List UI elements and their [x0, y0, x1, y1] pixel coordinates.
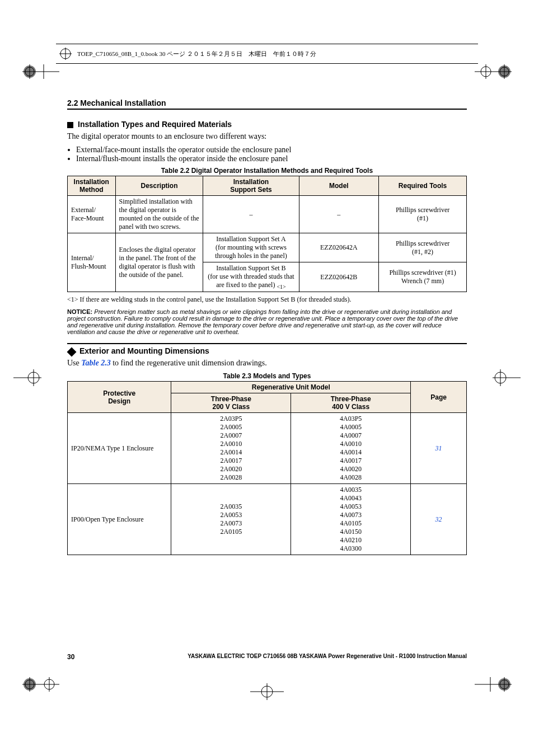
notice-block: NOTICE: Prevent foreign matter such as m…	[67, 308, 467, 335]
table-row: External/Face-Mount Simplified installat…	[68, 196, 467, 233]
table-header: Required Tools	[379, 176, 467, 196]
table-23: ProtectiveDesign Regenerative Unit Model…	[67, 381, 467, 555]
cell: Installation Support Set A(for mounting …	[203, 233, 299, 262]
footer-text: YASKAWA ELECTRIC TOEP C710656 08B YASKAW…	[188, 653, 467, 661]
registration-mark-icon	[475, 677, 512, 692]
cell: EZZ020642A	[299, 233, 379, 262]
para-use-table23: Use Table 2.3 to find the regenerative u…	[67, 359, 467, 368]
cell: –	[203, 196, 299, 233]
table-header: ProtectiveDesign	[68, 382, 171, 413]
table-row: IP00/Open Type Enclosure 2A00352A00532A0…	[68, 484, 467, 555]
cell: External/Face-Mount	[68, 196, 116, 233]
cell: Simplified installation with the digital…	[115, 196, 203, 233]
list-item: Internal/flush-mount installs the operat…	[76, 154, 467, 163]
table-header: Model	[299, 176, 379, 196]
square-bullet-icon	[67, 122, 73, 128]
registration-mark-icon	[493, 369, 521, 386]
list-item: External/face-mount installs the operato…	[76, 145, 467, 154]
table-header: InstallationSupport Sets	[203, 176, 299, 196]
table23-caption: Table 2.3 Models and Types	[67, 372, 467, 380]
page-link[interactable]: 31	[411, 413, 467, 484]
page-link[interactable]: 32	[411, 484, 467, 555]
page-footer: 30 YASKAWA ELECTRIC TOEP C710656 08B YAS…	[67, 653, 467, 661]
subheading-install-types: Installation Types and Required Material…	[67, 120, 467, 129]
cell: 2A00352A00532A00732A0105	[171, 484, 291, 555]
table-header: Three-Phase200 V Class	[171, 393, 291, 413]
registration-mark-icon	[475, 64, 512, 79]
footnote-1: <1> If there are welding studs in the co…	[67, 295, 467, 304]
diamond-bullet-icon	[67, 347, 77, 356]
cell: 2A03P52A00052A00072A00102A00142A00172A00…	[171, 413, 291, 484]
table-header: Three-Phase400 V Class	[291, 393, 411, 413]
cell: –	[299, 196, 379, 233]
install-bullet-list: External/face-mount installs the operato…	[67, 145, 467, 163]
registration-mark-icon	[13, 369, 41, 386]
table-header: Installation Method	[68, 176, 116, 196]
registration-mark-icon	[59, 48, 72, 60]
cell: 4A00354A00434A00534A00734A01054A01504A02…	[291, 484, 411, 555]
print-header-text: TOEP_C710656_08B_1_0.book 30 ページ ２０１５年２月…	[77, 50, 316, 58]
notice-text: Prevent foreign matter such as metal sha…	[67, 308, 458, 335]
cell: Phillips screwdriver(#1, #2)	[379, 233, 467, 262]
cell: Phillips screwdriver (#1)Wrench (7 mm)	[379, 262, 467, 292]
page-number: 30	[67, 653, 74, 661]
table-row: IP20/NEMA Type 1 Enclosure 2A03P52A00052…	[68, 413, 467, 484]
cell: IP00/Open Type Enclosure	[68, 484, 171, 555]
link-table23[interactable]: Table 2.3	[81, 359, 110, 367]
cell: Encloses the digital operator in the pan…	[115, 233, 203, 292]
heading-exterior-mounting: Exterior and Mounting Dimensions	[67, 343, 467, 355]
heading-text: Exterior and Mounting Dimensions	[79, 346, 209, 355]
cell: Installation Support Set B(for use with …	[203, 262, 299, 292]
cell: 4A03P54A00054A00074A00104A00144A00174A00…	[291, 413, 411, 484]
registration-mark-icon	[22, 677, 59, 692]
table22-caption: Table 2.2 Digital Operator Installation …	[67, 167, 467, 175]
table-22: Installation Method Description Installa…	[67, 176, 467, 292]
table-header: Page	[411, 382, 467, 413]
subheading-text: Installation Types and Required Material…	[78, 120, 232, 129]
table-row: Internal/Flush-Mount Encloses the digita…	[68, 233, 467, 262]
table-header: Description	[115, 176, 203, 196]
cell: IP20/NEMA Type 1 Enclosure	[68, 413, 171, 484]
cell: Internal/Flush-Mount	[68, 233, 116, 292]
print-header: TOEP_C710656_08B_1_0.book 30 ページ ２０１５年２月…	[56, 44, 478, 64]
notice-label: NOTICE:	[67, 308, 92, 315]
cell: Phillips screwdriver(#1)	[379, 196, 467, 233]
table-header: Regenerative Unit Model	[171, 382, 411, 393]
registration-mark-icon	[22, 64, 59, 79]
section-header: 2.2 Mechanical Installation	[67, 98, 467, 110]
registration-mark-icon	[250, 683, 284, 700]
intro-paragraph: The digital operator mounts to an enclos…	[67, 132, 467, 141]
cell: EZZ020642B	[299, 262, 379, 292]
